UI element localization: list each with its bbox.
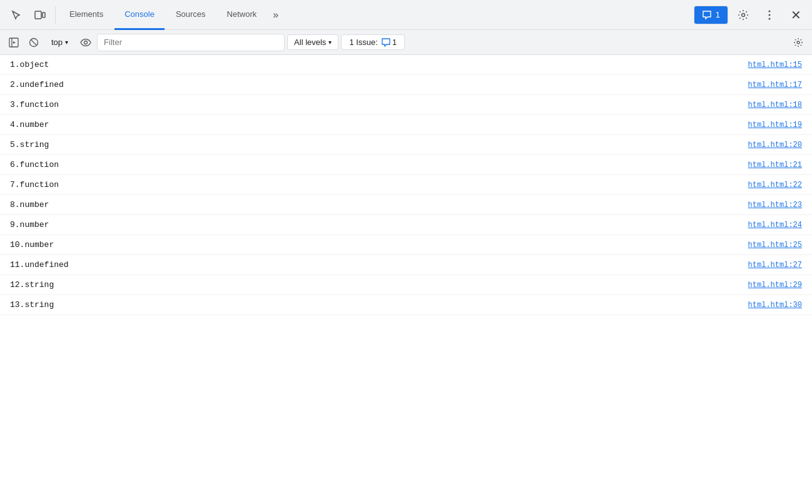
- console-source-link[interactable]: html.html:25: [748, 241, 802, 249]
- tab-console[interactable]: Console: [114, 0, 165, 30]
- table-row[interactable]: 11.undefinedhtml.html:27: [0, 255, 812, 275]
- issue-label: 1 Issue:: [349, 38, 378, 47]
- table-row[interactable]: 4.numberhtml.html:19: [0, 115, 812, 135]
- tab-network[interactable]: Network: [217, 0, 267, 30]
- console-source-link[interactable]: html.html:22: [748, 181, 802, 189]
- console-text: 7.function: [10, 180, 748, 189]
- svg-point-10: [84, 41, 88, 44]
- more-options-icon: [768, 9, 771, 21]
- console-text: 4.number: [10, 120, 748, 129]
- svg-rect-0: [35, 11, 41, 19]
- log-level-selector[interactable]: All levels ▾: [287, 34, 338, 50]
- console-text: 3.function: [10, 100, 748, 109]
- console-settings-btn[interactable]: [789, 34, 807, 51]
- table-row[interactable]: 8.numberhtml.html:23: [0, 195, 812, 215]
- device-toggle-btn[interactable]: [29, 4, 51, 26]
- svg-rect-1: [43, 13, 45, 18]
- console-output[interactable]: 1.objecthtml.html:152.undefinedhtml.html…: [0, 55, 812, 504]
- close-btn[interactable]: ✕: [784, 4, 807, 26]
- svg-point-2: [742, 13, 745, 16]
- toolbar-right: 1 ✕: [694, 4, 807, 26]
- settings-gear-btn[interactable]: [732, 4, 754, 26]
- gear-icon: [738, 9, 749, 21]
- clear-console-btn[interactable]: [25, 34, 43, 51]
- second-toolbar: top ▾ All levels ▾ 1 Issue: 1: [0, 30, 812, 55]
- issues-btn[interactable]: 1 Issue: 1: [341, 34, 405, 50]
- console-text: 6.function: [10, 160, 748, 169]
- live-expressions-btn[interactable]: [77, 34, 94, 51]
- console-text: 9.number: [10, 220, 748, 229]
- console-source-link[interactable]: html.html:29: [748, 281, 802, 290]
- console-source-link[interactable]: html.html:17: [748, 81, 802, 89]
- console-source-link[interactable]: html.html:15: [748, 61, 802, 69]
- toolbar-divider: [55, 6, 56, 24]
- no-entry-icon: [29, 38, 39, 48]
- issue-badge: 1: [382, 38, 397, 47]
- console-text: 13.string: [10, 300, 748, 310]
- table-row[interactable]: 7.functionhtml.html:22: [0, 175, 812, 195]
- console-text: 12.string: [10, 280, 748, 290]
- console-source-link[interactable]: html.html:20: [748, 141, 802, 149]
- console-source-link[interactable]: html.html:27: [748, 261, 802, 270]
- tab-sources[interactable]: Sources: [166, 0, 216, 30]
- console-source-link[interactable]: html.html:23: [748, 201, 802, 209]
- table-row[interactable]: 3.functionhtml.html:18: [0, 95, 812, 115]
- console-source-link[interactable]: html.html:18: [748, 101, 802, 109]
- more-options-btn[interactable]: [758, 4, 781, 26]
- settings-icon: [793, 38, 803, 48]
- sidebar-icon: [9, 38, 19, 48]
- svg-marker-7: [13, 41, 16, 44]
- table-row[interactable]: 10.numberhtml.html:25: [0, 235, 812, 255]
- table-row[interactable]: 6.functionhtml.html:21: [0, 155, 812, 175]
- tab-more-btn[interactable]: »: [268, 0, 283, 30]
- filter-input[interactable]: [97, 34, 285, 51]
- table-row[interactable]: 1.objecthtml.html:15: [0, 55, 812, 75]
- console-text: 1.object: [10, 60, 748, 69]
- console-text: 2.undefined: [10, 80, 748, 89]
- eye-icon: [80, 39, 91, 46]
- console-text: 8.number: [10, 200, 748, 209]
- console-source-link[interactable]: html.html:19: [748, 121, 802, 129]
- console-text: 11.undefined: [10, 260, 748, 270]
- badge-count-btn[interactable]: 1: [694, 6, 728, 24]
- table-row[interactable]: 12.stringhtml.html:29: [0, 275, 812, 295]
- svg-point-11: [797, 41, 799, 44]
- console-source-link[interactable]: html.html:24: [748, 221, 802, 229]
- console-text: 10.number: [10, 240, 748, 249]
- issue-chat-icon: [382, 38, 390, 47]
- top-toolbar: Elements Console Sources Network » 1: [0, 0, 812, 30]
- console-source-link[interactable]: html.html:30: [748, 301, 802, 310]
- svg-point-5: [769, 18, 771, 19]
- svg-point-3: [769, 10, 771, 12]
- table-row[interactable]: 5.stringhtml.html:20: [0, 135, 812, 155]
- inspect-icon-btn[interactable]: [5, 4, 28, 26]
- table-row[interactable]: 9.numberhtml.html:24: [0, 215, 812, 235]
- sidebar-toggle-btn[interactable]: [5, 34, 23, 51]
- console-source-link[interactable]: html.html:21: [748, 161, 802, 169]
- table-row[interactable]: 2.undefinedhtml.html:17: [0, 75, 812, 95]
- table-row[interactable]: 13.stringhtml.html:30: [0, 295, 812, 315]
- chat-icon: [702, 10, 712, 20]
- svg-point-4: [769, 14, 771, 16]
- svg-line-9: [31, 39, 37, 46]
- tab-elements[interactable]: Elements: [59, 0, 113, 30]
- console-text: 5.string: [10, 140, 748, 149]
- context-selector[interactable]: top ▾: [45, 35, 74, 49]
